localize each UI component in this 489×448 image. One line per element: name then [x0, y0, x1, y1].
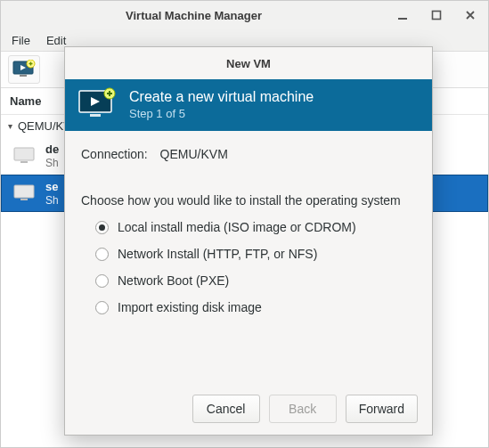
menu-file[interactable]: File [6, 32, 36, 49]
back-button: Back [269, 395, 337, 423]
connection-field: Connection: QEMU/KVM [81, 147, 416, 161]
svg-rect-1 [433, 12, 441, 20]
radio-icon [95, 274, 109, 288]
new-vm-toolbar-button[interactable] [8, 55, 40, 84]
dialog-header-step: Step 1 of 5 [129, 107, 314, 122]
expand-arrow-icon[interactable]: ▾ [8, 121, 12, 131]
vm-state: Sh [45, 157, 59, 169]
radio-icon [95, 248, 109, 261]
install-method-radiogroup: Local install media (ISO image or CDROM)… [81, 220, 416, 314]
cancel-button[interactable]: Cancel [192, 395, 260, 423]
minimize-icon[interactable] [397, 10, 412, 20]
dialog-header: Create a new virtual machine Step 1 of 5 [65, 79, 432, 131]
close-icon[interactable] [465, 10, 479, 20]
radio-label: Local install media (ISO image or CDROM) [118, 220, 356, 234]
svg-rect-0 [398, 18, 407, 20]
svg-rect-9 [20, 199, 28, 200]
radio-network-install[interactable]: Network Install (HTTP, FTP, or NFS) [95, 247, 416, 261]
svg-rect-6 [14, 148, 34, 160]
radio-local-media[interactable]: Local install media (ISO image or CDROM) [95, 220, 416, 234]
dialog-action-bar: Cancel Back Forward [65, 383, 432, 435]
svg-rect-8 [14, 185, 34, 198]
radio-label: Import existing disk image [118, 300, 262, 314]
radio-label: Network Boot (PXE) [118, 273, 229, 288]
vm-create-icon [77, 87, 117, 124]
monitor-icon [12, 146, 37, 166]
radio-pxe[interactable]: Network Boot (PXE) [95, 273, 416, 288]
vm-name: de [45, 143, 59, 157]
vm-name: se [45, 180, 59, 194]
vm-state: Sh [45, 194, 59, 207]
radio-import-disk[interactable]: Import existing disk image [95, 300, 416, 314]
maximize-icon[interactable] [431, 10, 445, 20]
main-window-title: Virtual Machine Manager [10, 9, 378, 22]
install-prompt: Choose how you would like to install the… [81, 193, 416, 208]
svg-rect-4 [20, 75, 27, 77]
monitor-icon [12, 183, 37, 203]
radio-label: Network Install (HTTP, FTP, or NFS) [118, 247, 317, 261]
forward-button[interactable]: Forward [346, 395, 418, 423]
new-vm-dialog: New VM Create a new virtual machine Step… [64, 46, 433, 436]
dialog-body: Connection: QEMU/KVM Choose how you woul… [65, 131, 432, 383]
connection-label: Connection: [81, 147, 148, 161]
connection-value: QEMU/KVM [160, 147, 228, 161]
radio-icon [95, 221, 109, 234]
radio-icon [95, 301, 109, 314]
column-name[interactable]: Name [10, 94, 41, 108]
main-titlebar: Virtual Machine Manager [1, 1, 488, 29]
dialog-header-title: Create a new virtual machine [129, 88, 314, 107]
svg-rect-12 [90, 114, 101, 117]
dialog-titlebar: New VM [65, 47, 432, 79]
dialog-title: New VM [226, 57, 271, 70]
svg-rect-7 [20, 161, 28, 163]
